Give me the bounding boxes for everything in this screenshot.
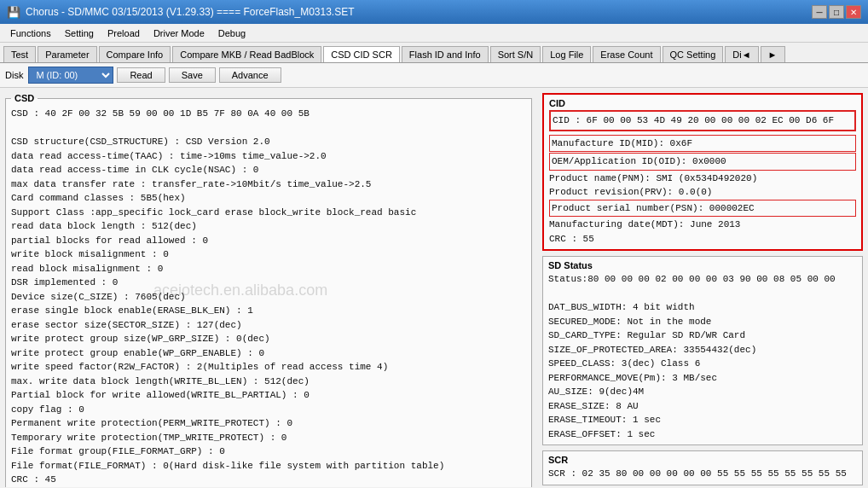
menu-functions[interactable]: Functions: [3, 26, 58, 40]
advance-button[interactable]: Advance: [219, 67, 281, 83]
sd-status-line: SIZE_OF_PROTECTED_AREA: 33554432(dec): [548, 343, 857, 357]
csd-line: File format group(FILE_FORMAT_GRP) : 0: [11, 444, 526, 459]
tab-compare-info[interactable]: Compare Info: [99, 46, 171, 62]
cid-row: Manufacture ID(MID): 0x6F: [549, 135, 856, 153]
tab-csd-cid-scr[interactable]: CSD CID SCR: [323, 46, 400, 63]
tab-parameter[interactable]: Parameter: [38, 46, 96, 62]
sd-status-line: SECURED_MODE: Not in the mode: [548, 315, 857, 329]
csd-line: CSD : 40 2F 00 32 5B 59 00 00 1D B5 7F 8…: [11, 107, 526, 121]
csd-line: write block misalignment : 0: [11, 247, 526, 262]
sd-status-group: SD Status Status:80 00 00 00 02 00 00 00…: [542, 256, 863, 445]
close-button[interactable]: ✕: [846, 5, 861, 19]
csd-line: DSR implemented : 0: [11, 276, 526, 290]
csd-line: Temporary write protection(TMP_WRITE_PRO…: [11, 431, 526, 445]
sd-status-group-title: SD Status: [548, 260, 857, 270]
sd-status-line: ERASE_SIZE: 8 AU: [548, 399, 857, 414]
csd-line: read block misalignment : 0: [11, 262, 526, 276]
tab-[interactable]: ►: [761, 46, 785, 62]
csd-group: CSD CSD : 40 2F 00 32 5B 59 00 00 1D B5 …: [5, 93, 532, 487]
sd-status-lines: Status:80 00 00 00 02 00 00 00 03 90 00 …: [548, 272, 857, 441]
scr-line: SCR : 02 35 80 00 00 00 00 00 55 55 55 5…: [548, 467, 857, 481]
menu-driver-mode[interactable]: Driver Mode: [147, 26, 211, 40]
csd-line: partial blocks for read allowed : 0: [11, 234, 526, 248]
cid-row: OEM/Application ID(OID): 0x0000: [549, 153, 856, 171]
toolbar: Disk M (ID: 00) Read Save Advance: [0, 63, 868, 88]
right-panel: CID CID : 6F 00 00 53 4D 49 20 00 00 00 …: [537, 88, 868, 487]
csd-line: write protect group size(WP_GRP_SIZE) : …: [11, 332, 526, 346]
sd-status-line: ERASE_TIMEOUT: 1 sec: [548, 413, 857, 427]
csd-line: max. write data block length(WRITE_BL_LE…: [11, 375, 526, 389]
menubar: Functions Setting Preload Driver Mode De…: [0, 24, 868, 43]
sd-status-line: Status:80 00 00 00 02 00 00 00 03 90 00 …: [548, 272, 857, 287]
cid-row: Product name(PNM): SMI (0x534D492020): [549, 171, 856, 186]
disk-select[interactable]: M (ID: 00): [28, 67, 113, 84]
csd-line: Card command classes : 5B5(hex): [11, 191, 526, 206]
cid-group: CID CID : 6F 00 00 53 4D 49 20 00 00 00 …: [542, 93, 863, 251]
csd-line: erase sector size(SECTOR_SIZE) : 127(dec…: [11, 318, 526, 333]
cid-group-title: CID: [549, 98, 856, 108]
csd-line: Partial block for write allowed(WRITE_BL…: [11, 388, 526, 403]
menu-setting[interactable]: Setting: [58, 26, 101, 40]
tab-compare-mkb--read-badblock[interactable]: Compare MKB / Read BadBlock: [172, 46, 321, 62]
tab-sort-sn[interactable]: Sort S/N: [490, 46, 541, 62]
cid-row: Product serial number(PSN): 000002EC: [549, 200, 856, 218]
menu-preload[interactable]: Preload: [101, 26, 147, 40]
sd-status-line: PERFORMANCE_MOVE(Pm): 3 MB/sec: [548, 371, 857, 386]
csd-line: read data block length : 512(dec): [11, 219, 526, 234]
scr-group-title: SCR: [548, 455, 857, 465]
tab-di[interactable]: Di◄: [725, 46, 758, 62]
csd-line: data read access-time in CLK cycle(NSAC)…: [11, 163, 526, 177]
sd-status-line: SD_CARD_TYPE: Regular SD RD/WR Card: [548, 328, 857, 343]
tab-qc-setting[interactable]: QC Setting: [663, 46, 724, 62]
cid-row: Manufacturing date(MDT): June 2013: [549, 218, 856, 232]
read-button[interactable]: Read: [117, 67, 165, 83]
tab-log-file[interactable]: Log File: [542, 46, 591, 62]
csd-line: data read access-time(TAAC) : time->10ms…: [11, 149, 526, 164]
scr-group: SCR SCR : 02 35 80 00 00 00 00 00 55 55 …: [542, 450, 863, 485]
cid-rows: Manufacture ID(MID): 0x6FOEM/Application…: [549, 135, 856, 247]
csd-line: [11, 121, 526, 136]
sd-status-line: ERASE_OFFSET: 1 sec: [548, 427, 857, 442]
left-panel: CSD CSD : 40 2F 00 32 5B 59 00 00 1D B5 …: [0, 88, 537, 487]
tab-flash-id-and-info[interactable]: Flash ID and Info: [402, 46, 489, 62]
csd-line: Support Class :app_specific lock_card er…: [11, 206, 526, 220]
csd-line: CRC : 45: [11, 473, 526, 487]
titlebar-left: 💾 Chorus - SD/MMC 03/15/2013 (V1.29.33) …: [7, 6, 355, 19]
cid-row: CRC : 55: [549, 232, 856, 247]
titlebar-title: Chorus - SD/MMC 03/15/2013 (V1.29.33) ==…: [26, 6, 355, 18]
csd-line: Permanent write protection(PERM_WRITE_PR…: [11, 416, 526, 431]
titlebar-controls[interactable]: ─ □ ✕: [812, 5, 861, 19]
minimize-button[interactable]: ─: [812, 5, 827, 19]
titlebar: 💾 Chorus - SD/MMC 03/15/2013 (V1.29.33) …: [0, 0, 868, 24]
cid-value: CID : 6F 00 00 53 4D 49 20 00 00 00 02 E…: [549, 110, 856, 131]
csd-line: File format(FILE_FORMAT) : 0(Hard disk-l…: [11, 459, 526, 473]
save-button[interactable]: Save: [169, 67, 216, 83]
csd-group-title: CSD: [11, 93, 38, 103]
sd-status-line: [548, 287, 857, 301]
csd-line: write protect group enable(WP_GRP_ENABLE…: [11, 346, 526, 361]
csd-line: max data transfer rate : transfer_rate->…: [11, 177, 526, 192]
csd-lines: CSD : 40 2F 00 32 5B 59 00 00 1D B5 7F 8…: [11, 107, 526, 487]
csd-line: copy flag : 0: [11, 403, 526, 417]
csd-line: erase single block enable(ERASE_BLK_EN) …: [11, 304, 526, 318]
maximize-button[interactable]: □: [829, 5, 844, 19]
app-icon: 💾: [7, 6, 20, 19]
menu-debug[interactable]: Debug: [211, 26, 252, 40]
disk-label: Disk: [5, 70, 23, 80]
csd-line: Device size(C_SIZE) : 7605(dec): [11, 290, 526, 305]
csd-line: write speed factor(R2W_FACTOR) : 2(Multi…: [11, 360, 526, 375]
tabbar: TestParameterCompare InfoCompare MKB / R…: [0, 43, 868, 63]
tab-erase-count[interactable]: Erase Count: [593, 46, 660, 62]
tab-test[interactable]: Test: [3, 46, 36, 62]
sd-status-line: SPEED_CLASS: 3(dec) Class 6: [548, 357, 857, 371]
csd-line: CSD structure(CSD_STRUCTURE) : CSD Versi…: [11, 135, 526, 149]
cid-row: Product revision(PRV): 0.0(0): [549, 185, 856, 200]
scr-lines: SCR : 02 35 80 00 00 00 00 00 55 55 55 5…: [548, 467, 857, 481]
sd-status-line: DAT_BUS_WIDTH: 4 bit width: [548, 300, 857, 315]
sd-status-line: AU_SIZE: 9(dec)4M: [548, 385, 857, 399]
main-content: CSD CSD : 40 2F 00 32 5B 59 00 00 1D B5 …: [0, 88, 868, 487]
